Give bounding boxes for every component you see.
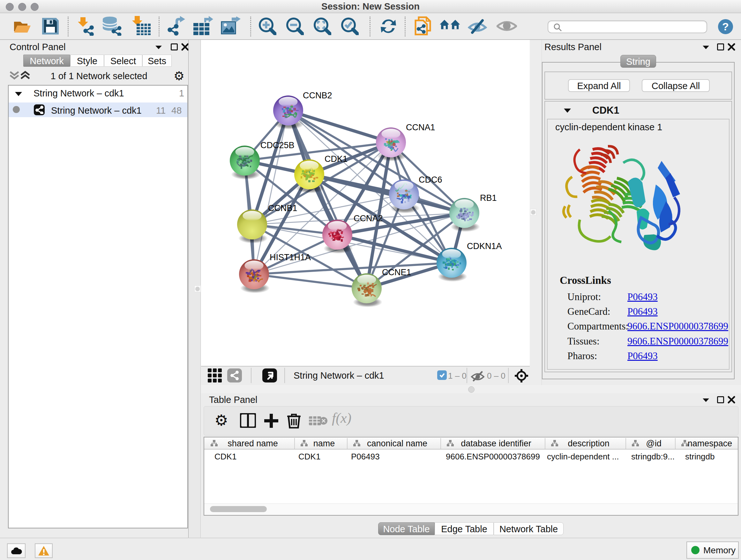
svg-text:CCNB2: CCNB2 (303, 91, 332, 100)
svg-text:HIST1H1A: HIST1H1A (270, 253, 311, 262)
svg-text:CDC6: CDC6 (419, 175, 442, 185)
svg-text:CDK1: CDK1 (325, 154, 347, 164)
svg-text:CCNA2: CCNA2 (354, 213, 383, 223)
svg-text:CDKN1A: CDKN1A (467, 241, 502, 251)
svg-text:CCNA1: CCNA1 (406, 123, 435, 132)
svg-text:CCNB1: CCNB1 (268, 203, 297, 213)
svg-text:RB1: RB1 (480, 193, 497, 203)
svg-text:CCNE1: CCNE1 (382, 267, 411, 277)
svg-text:CDC25B: CDC25B (260, 140, 294, 150)
